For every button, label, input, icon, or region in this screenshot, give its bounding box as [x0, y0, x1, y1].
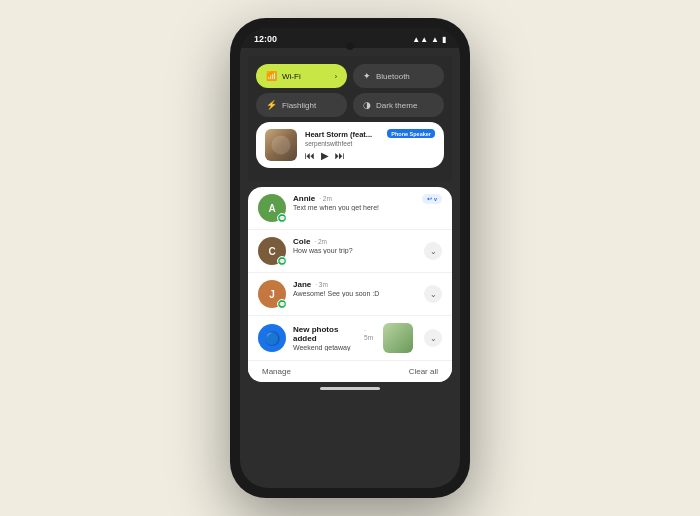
notif-time-cole: · 2m	[314, 238, 327, 245]
phone-device: 12:00 ▲▲ ▲ ▮ 📶 Wi-Fi › ✦ Blu	[230, 18, 470, 498]
prev-button[interactable]: ⏮	[305, 150, 315, 161]
wifi-tile[interactable]: 📶 Wi-Fi ›	[256, 64, 347, 88]
phone-speaker-badge: Phone Speaker	[387, 129, 435, 138]
notif-content-cole: Cole · 2m How was your trip?	[293, 237, 417, 254]
notif-msg-photos: Weekend getaway	[293, 344, 376, 351]
music-player-container: Heart Storm (feat... serpentswithfeet ⏮ …	[256, 122, 444, 168]
status-time: 12:00	[254, 34, 277, 44]
camera-notch	[346, 42, 354, 50]
flashlight-label: Flashlight	[282, 101, 316, 110]
bluetooth-label: Bluetooth	[376, 72, 410, 81]
music-controls: ⏮ ▶ ⏭	[305, 150, 435, 161]
flashlight-tile[interactable]: ⚡ Flashlight	[256, 93, 347, 117]
annie-reply-badge[interactable]: ↩v	[422, 194, 442, 204]
notification-photos[interactable]: 🔵 New photos added · 5m Weekend getaway …	[248, 316, 452, 361]
notif-name-jane: Jane	[293, 280, 311, 289]
wifi-tile-label: Wi-Fi	[282, 72, 301, 81]
status-icons: ▲▲ ▲ ▮	[412, 35, 446, 44]
manage-button[interactable]: Manage	[262, 367, 291, 376]
music-album-art	[265, 129, 297, 161]
wifi-tile-icon: 📶	[266, 71, 277, 81]
notification-jane[interactable]: J 💬 Jane · 3m Awesome! See you soon :D ⌄	[248, 273, 452, 316]
darktheme-tile[interactable]: ◑ Dark theme	[353, 93, 444, 117]
wifi-chevron: ›	[335, 73, 337, 80]
notif-header-cole: Cole · 2m	[293, 237, 417, 246]
bluetooth-tile[interactable]: ✦ Bluetooth	[353, 64, 444, 88]
photos-expand-button[interactable]: ⌄	[424, 329, 442, 347]
notif-msg-cole: How was your trip?	[293, 247, 417, 254]
notif-content-jane: Jane · 3m Awesome! See you soon :D	[293, 280, 417, 297]
darktheme-label: Dark theme	[376, 101, 417, 110]
home-indicator[interactable]	[320, 387, 380, 390]
cole-expand-button[interactable]: ⌄	[424, 242, 442, 260]
wifi-status-icon: ▲	[431, 35, 439, 44]
notification-cole[interactable]: C 💬 Cole · 2m How was your trip? ⌄	[248, 230, 452, 273]
cole-badge-icon: 💬	[277, 256, 287, 266]
clear-all-button[interactable]: Clear all	[409, 367, 438, 376]
phone-screen: 12:00 ▲▲ ▲ ▮ 📶 Wi-Fi › ✦ Blu	[240, 28, 460, 488]
notif-time-photos: · 5m	[364, 327, 376, 341]
content-area: 📶 Wi-Fi › ✦ Bluetooth ⚡ Flashlight	[240, 48, 460, 486]
photos-app-icon: 🔵	[258, 324, 286, 352]
signal-icon: ▲▲	[412, 35, 428, 44]
notif-header-annie: Annie · 2m	[293, 194, 415, 203]
jane-badge-icon: 💬	[277, 299, 287, 309]
avatar-jane: J 💬	[258, 280, 286, 308]
photo-thumbnail	[383, 323, 413, 353]
avatar-cole: C 💬	[258, 237, 286, 265]
quick-settings-panel: 📶 Wi-Fi › ✦ Bluetooth ⚡ Flashlight	[248, 56, 452, 181]
qs-row-1: 📶 Wi-Fi › ✦ Bluetooth	[256, 64, 444, 88]
flashlight-icon: ⚡	[266, 100, 277, 110]
notif-content-photos: New photos added · 5m Weekend getaway	[293, 325, 376, 351]
jane-expand-button[interactable]: ⌄	[424, 285, 442, 303]
notif-content-annie: Annie · 2m Text me when you get here!	[293, 194, 415, 211]
notif-msg-jane: Awesome! See you soon :D	[293, 290, 417, 297]
notif-name-cole: Cole	[293, 237, 310, 246]
annie-badge-icon: 💬	[277, 213, 287, 223]
notif-header-jane: Jane · 3m	[293, 280, 417, 289]
bluetooth-icon: ✦	[363, 71, 371, 81]
notif-name-photos: New photos added	[293, 325, 360, 343]
next-button[interactable]: ⏭	[335, 150, 345, 161]
notif-header-photos: New photos added · 5m	[293, 325, 376, 343]
music-artist: serpentswithfeet	[305, 140, 435, 147]
play-button[interactable]: ▶	[321, 150, 329, 161]
darktheme-icon: ◑	[363, 100, 371, 110]
notif-time-jane: · 3m	[315, 281, 328, 288]
notifications-panel: A 💬 Annie · 2m Text me when you get here…	[248, 187, 452, 382]
notification-annie[interactable]: A 💬 Annie · 2m Text me when you get here…	[248, 187, 452, 230]
avatar-annie: A 💬	[258, 194, 286, 222]
notif-msg-annie: Text me when you get here!	[293, 204, 415, 211]
qs-row-2: ⚡ Flashlight ◑ Dark theme	[256, 93, 444, 117]
notif-name-annie: Annie	[293, 194, 315, 203]
notif-time-annie: · 2m	[319, 195, 332, 202]
notification-bottom-bar: Manage Clear all	[248, 361, 452, 382]
battery-icon: ▮	[442, 35, 446, 44]
